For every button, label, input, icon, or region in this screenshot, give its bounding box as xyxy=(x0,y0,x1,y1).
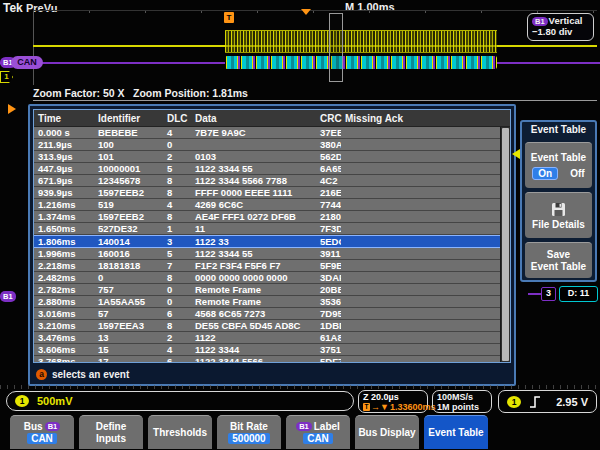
cell-time: 1.216ms xyxy=(34,199,94,210)
trigger-source-badge-icon: 1 xyxy=(507,396,521,408)
table-row[interactable]: 447.9µs 10000001 5 1122 3344 55 6A65 xyxy=(34,163,510,175)
table-row[interactable]: 313.9µs 101 2 0103 562D xyxy=(34,151,510,163)
table-row[interactable]: 2.218ms 18181818 7 F1F2 F3F4 F5F6 F7 5F9… xyxy=(34,260,510,272)
table-row[interactable]: 3.016ms 57 6 4568 6C65 7273 7D95 xyxy=(34,308,510,320)
cell-identifier: BEBEBE xyxy=(94,127,163,138)
cell-dlc: 0 xyxy=(163,284,191,295)
cell-time: 3.210ms xyxy=(34,320,94,331)
cell-crc: 5EDC xyxy=(316,236,341,247)
channel1-waveform-burst xyxy=(225,30,497,53)
col-time: Time xyxy=(34,113,94,124)
scrollbar-thumb[interactable] xyxy=(502,128,509,361)
table-row[interactable]: 2.482ms 0 8 0000 0000 0000 0000 3DAF xyxy=(34,272,510,284)
table-row[interactable]: 0.000 s BEBEBE 4 7B7E 9A9C 37EE xyxy=(34,127,510,139)
cell-dlc: 8 xyxy=(163,272,191,283)
cell-dlc: 8 xyxy=(163,175,191,186)
record-length-value: 1M points xyxy=(437,402,487,412)
cell-data: FFFF 0000 EEEE 1111 xyxy=(191,187,316,198)
cell-crc: 216E xyxy=(316,187,341,198)
label-value: CAN xyxy=(303,433,333,444)
zoom-scale-readout[interactable]: Z 20.0µs T →▼ 1.33600ms xyxy=(358,390,428,413)
menu-label-button[interactable]: B1Label CAN xyxy=(286,415,350,449)
cell-dlc: 8 xyxy=(163,187,191,198)
cell-time: 1.374ms xyxy=(34,211,94,222)
graticule-bottom-ticks xyxy=(0,385,600,389)
table-row[interactable]: 3.210ms 1597EEA3 8 DE55 CBFA 5D45 AD8C 1… xyxy=(34,320,510,332)
channel1-scale-readout[interactable]: 1 500mV xyxy=(6,391,354,411)
trigger-readout[interactable]: 1 2.95 V xyxy=(498,390,597,413)
digital-position-marker[interactable]: D: 11 xyxy=(559,286,598,302)
cell-data: 11 xyxy=(191,223,316,234)
cell-time: 447.9µs xyxy=(34,163,94,174)
cell-crc: 20BB xyxy=(316,284,341,295)
cell-identifier: 15 xyxy=(94,344,163,355)
cell-identifier: 160016 xyxy=(94,248,163,259)
toggle-on-option[interactable]: On xyxy=(532,167,558,180)
table-row[interactable]: 1.650ms 527DE32 1 11 7F3D xyxy=(34,223,510,235)
cell-time: 0.000 s xyxy=(34,127,94,138)
table-row[interactable]: 1.374ms 1597EEB2 8 AE4F FFF1 0272 DF6B 2… xyxy=(34,211,510,223)
table-row[interactable]: 1.996ms 160016 5 1122 3344 55 3911 xyxy=(34,248,510,260)
event-table-toggle-button[interactable]: Event Table On Off xyxy=(525,142,592,188)
define-inputs-line1: Define xyxy=(96,421,127,432)
toggle-off-option[interactable]: Off xyxy=(570,168,584,179)
table-row[interactable]: 211.9µs 100 0 380A xyxy=(34,139,510,151)
define-inputs-line2: Inputs xyxy=(96,433,126,444)
cell-identifier: 1597EEB2 xyxy=(94,187,163,198)
menu-thresholds-button[interactable]: Thresholds xyxy=(148,415,212,449)
table-row[interactable]: 3.768ms 17 6 1122 3344 5566 5DF7 xyxy=(34,356,510,363)
multipurpose-knob-a-icon: a xyxy=(36,369,47,380)
table-row[interactable]: 2.782ms 757 0 Remote Frame 20BB xyxy=(34,284,510,296)
cell-crc: 3751 xyxy=(316,344,341,355)
table-row[interactable]: 1.216ms 519 4 4269 6C6C 7744 xyxy=(34,199,510,211)
event-table-frame: Time Identifier DLC Data CRC Missing Ack… xyxy=(28,104,516,386)
bus-position-marker-left: B1 xyxy=(0,291,16,302)
cell-crc: 1DBD xyxy=(316,320,341,331)
cell-time: 2.482ms xyxy=(34,272,94,283)
cell-crc: 7744 xyxy=(316,199,341,210)
zoom-scale-value: Z 20.0µs xyxy=(363,392,423,402)
cell-data: Remote Frame xyxy=(191,296,316,307)
cell-data: 1122 3344 5566 7788 xyxy=(191,175,316,186)
label-button-label: Label xyxy=(314,421,340,432)
bus-position-marker[interactable]: 3 xyxy=(541,287,556,301)
cell-time: 1.650ms xyxy=(34,223,94,234)
table-row[interactable]: 2.880ms 1A55AA55 0 Remote Frame 3536 xyxy=(34,296,510,308)
graticule-top-ticks xyxy=(33,10,597,13)
table-row[interactable]: 671.9µs 12345678 8 1122 3344 5566 7788 4… xyxy=(34,175,510,187)
menu-define-inputs-button[interactable]: Define Inputs xyxy=(79,415,143,449)
cell-dlc: 3 xyxy=(163,236,191,247)
acquisition-readout[interactable]: 100MS/s 1M points xyxy=(432,390,492,413)
menu-event-table-button[interactable]: Event Table xyxy=(424,415,488,449)
table-row[interactable]: 3.606ms 15 4 1122 3344 3751 xyxy=(34,344,510,356)
menu-bus-display-button[interactable]: Bus Display xyxy=(355,415,419,449)
cell-crc: 61A8 xyxy=(316,332,341,343)
table-row[interactable]: 1.806ms 140014 3 1122 33 5EDC xyxy=(34,235,510,248)
cell-time: 2.218ms xyxy=(34,260,94,271)
can-decoded-packets xyxy=(225,56,497,69)
save-event-table-button[interactable]: Save Event Table xyxy=(525,242,592,278)
cell-crc: 5F9B xyxy=(316,260,341,271)
zoom-factor-label: Zoom Factor: 50 X xyxy=(33,87,125,99)
cell-identifier: 100 xyxy=(94,139,163,150)
event-table-header: Time Identifier DLC Data CRC Missing Ack xyxy=(34,110,510,127)
bus-button-label: Bus xyxy=(24,421,43,432)
menu-pointer-icon xyxy=(512,149,520,159)
oscilloscope-screen: Tek PreVu M 1.00ms T B1 CAN 1 B1Vertical… xyxy=(0,0,600,450)
zoom-position-label: Zoom Position: 1.81ms xyxy=(133,87,248,99)
table-row[interactable]: 3.476ms 13 2 1122 61A8 xyxy=(34,332,510,344)
cell-identifier: 1597EEB2 xyxy=(94,211,163,222)
menu-bit-rate-button[interactable]: Bit Rate 500000 xyxy=(217,415,281,449)
zoom-window-bracket[interactable] xyxy=(329,13,343,82)
cell-time: 2.880ms xyxy=(34,296,94,307)
sample-rate-value: 100MS/s xyxy=(437,392,487,402)
cell-time: 939.9µs xyxy=(34,187,94,198)
cell-identifier: 57 xyxy=(94,308,163,319)
table-scrollbar[interactable] xyxy=(500,127,510,362)
col-missing-ack: Missing Ack xyxy=(341,113,510,124)
table-row[interactable]: 939.9µs 1597EEB2 8 FFFF 0000 EEEE 1111 2… xyxy=(34,187,510,199)
menu-bus-button[interactable]: BusB1 CAN xyxy=(10,415,74,449)
file-details-button[interactable]: File Details xyxy=(525,192,592,238)
cell-dlc: 6 xyxy=(163,356,191,363)
cell-time: 3.016ms xyxy=(34,308,94,319)
